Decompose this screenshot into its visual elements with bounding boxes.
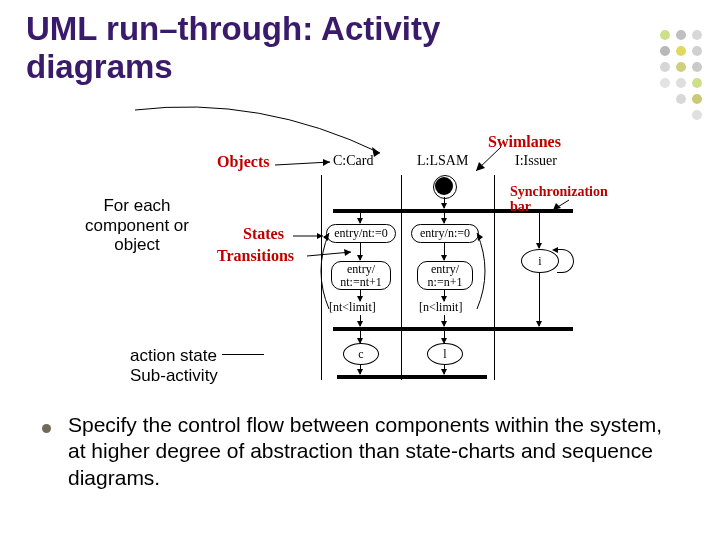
guard-l: [n<limit] xyxy=(419,300,462,315)
lane-header-i: I:Issuer xyxy=(515,153,557,169)
arrow-bar2-l xyxy=(444,331,445,343)
arrow-l-trans xyxy=(444,242,445,260)
leader-syncbar xyxy=(551,200,571,212)
lane-header-c: C:Card xyxy=(333,153,373,169)
decorative-dots xyxy=(606,30,706,115)
lane-header-l: L:LSAM xyxy=(417,153,468,169)
arrow-c-trans xyxy=(360,242,361,260)
arrow-l-bar2 xyxy=(444,315,445,326)
arrow-init-to-bar xyxy=(444,197,445,208)
sync-bar-3 xyxy=(337,375,487,379)
arrow-l-bar3 xyxy=(444,364,445,374)
bullet-icon xyxy=(42,424,51,433)
leader-objects xyxy=(275,160,335,170)
loop-c xyxy=(317,231,335,313)
svg-line-1 xyxy=(275,162,330,165)
svg-marker-10 xyxy=(344,249,351,256)
guard-c: [nt<limit] xyxy=(329,300,376,315)
arrow-bar1-l xyxy=(444,213,445,223)
state-c-incr: entry/ nt:=nt+1 xyxy=(331,261,391,290)
subactivity-l: l xyxy=(427,343,463,365)
note-action-state-line1: action state xyxy=(130,346,217,365)
label-states: States xyxy=(243,225,284,243)
arrow-c-bar3 xyxy=(360,364,361,374)
arrow-c-bar2 xyxy=(360,315,361,326)
svg-marker-6 xyxy=(553,203,561,210)
leader-swimlanes xyxy=(473,147,503,175)
bullet-text: Specify the control flow between compone… xyxy=(68,412,678,491)
state-l-init: entry/n:=0 xyxy=(411,224,479,243)
svg-marker-2 xyxy=(323,159,330,166)
note-action-state: action state Sub-activity xyxy=(130,346,218,385)
slide-title: UML run–through: Activity diagrams xyxy=(26,10,586,86)
arrow-i-bar2 xyxy=(539,272,540,326)
subactivity-c: c xyxy=(343,343,379,365)
self-loop-i xyxy=(557,249,574,273)
label-transitions: Transitions xyxy=(217,247,294,265)
arrow-bar1-c xyxy=(360,213,361,223)
activity-diagram: Objects Swimlanes C:Card L:LSAM I:Issuer… xyxy=(225,145,625,400)
initial-node xyxy=(435,177,453,195)
arrow-bar1-i xyxy=(539,213,540,248)
state-l-incr: entry/ n:=n+1 xyxy=(417,261,473,290)
loop-l xyxy=(473,231,491,313)
label-objects: Objects xyxy=(217,153,269,171)
note-sub-activity-line2: Sub-activity xyxy=(130,366,218,385)
state-c-init: entry/nt:=0 xyxy=(326,224,396,243)
sync-bar-2 xyxy=(333,327,573,331)
arrow-bar2-c xyxy=(360,331,361,343)
note-for-each: For each component or object xyxy=(62,196,212,255)
